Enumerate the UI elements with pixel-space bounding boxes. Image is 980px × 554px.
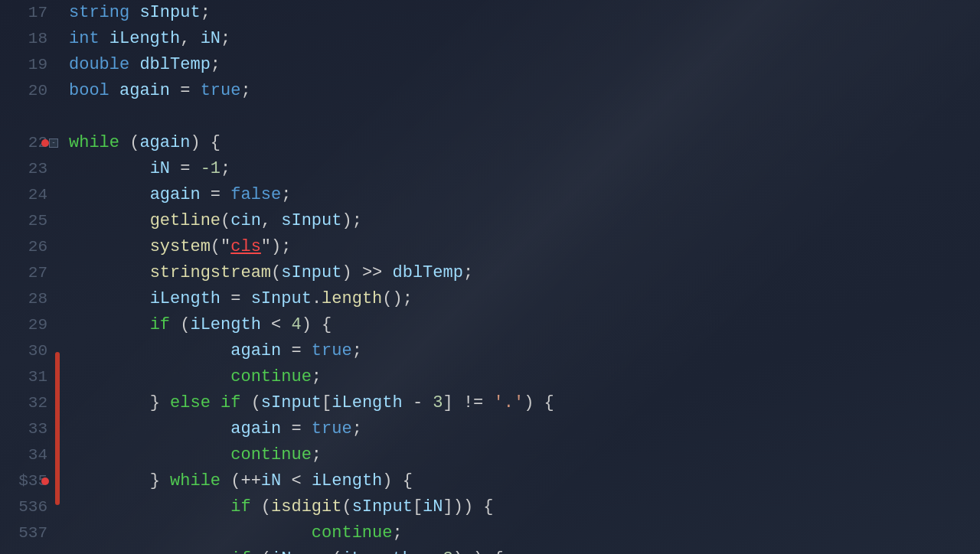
- line-num-22: 22 -: [0, 130, 47, 156]
- code-line-22: while (again) {: [69, 130, 980, 156]
- code-line-23: iN = -1;: [69, 156, 980, 182]
- code-line-27: stringstream(sInput) >> dblTemp;: [69, 260, 980, 286]
- code-line-34: continue;: [69, 442, 980, 468]
- code-line-25: getline(cin, sInput);: [69, 208, 980, 234]
- code-line-32: } else if (sInput[iLength - 3] != '.') {: [69, 390, 980, 416]
- code-line-18: int iLength, iN;: [69, 26, 980, 52]
- code-line-21: [69, 104, 980, 130]
- line-num-34: 34: [0, 442, 47, 468]
- line-num-18: 18: [0, 26, 47, 52]
- line-num-30: 30: [0, 338, 47, 364]
- line-num-33: 33: [0, 416, 47, 442]
- scrollbar-thumb[interactable]: [55, 352, 60, 505]
- code-line-26: system("cls");: [69, 234, 980, 260]
- code-content: string sInput; int iLength, iN; double d…: [61, 0, 980, 554]
- code-line-28: iLength = sInput.length();: [69, 286, 980, 312]
- line-num-21: [0, 104, 47, 130]
- breakpoint-22[interactable]: [41, 139, 49, 147]
- code-editor: 17 18 19 20 22 - 23 24 25 26 27 28 29 30…: [0, 0, 980, 554]
- line-num-25: 25: [0, 208, 47, 234]
- code-line-17: string sInput;: [69, 0, 980, 26]
- code-line-36: if (isdigit(sInput[iN])) {: [69, 494, 980, 520]
- line-num-28: 28: [0, 286, 47, 312]
- code-line-24: again = false;: [69, 182, 980, 208]
- line-num-19: 19: [0, 52, 47, 78]
- line-num-37: 537: [0, 520, 47, 546]
- line-num-24: 24: [0, 182, 47, 208]
- code-line-38: if (iN == (iLength - 3) ) {: [69, 546, 980, 554]
- code-line-37: continue;: [69, 520, 980, 546]
- line-num-29: 29: [0, 312, 47, 338]
- line-num-36: 536: [0, 494, 47, 520]
- line-num-35: $35: [0, 468, 47, 494]
- code-line-30: again = true;: [69, 338, 980, 364]
- line-num-27: 27: [0, 260, 47, 286]
- code-line-31: continue;: [69, 364, 980, 390]
- code-line-20: bool again = true;: [69, 78, 980, 104]
- line-num-26: 26: [0, 234, 47, 260]
- line-num-23: 23: [0, 156, 47, 182]
- breakpoint-35[interactable]: [41, 477, 49, 485]
- code-line-19: double dblTemp;: [69, 52, 980, 78]
- line-num-31: 31: [0, 364, 47, 390]
- scrollbar-track[interactable]: [55, 0, 60, 554]
- line-num-32: 32: [0, 390, 47, 416]
- line-numbers: 17 18 19 20 22 - 23 24 25 26 27 28 29 30…: [0, 0, 61, 554]
- line-num-17: 17: [0, 0, 47, 26]
- code-line-35: } while (++iN < iLength) {: [69, 468, 980, 494]
- code-line-29: if (iLength < 4) {: [69, 312, 980, 338]
- code-line-33: again = true;: [69, 416, 980, 442]
- line-num-20: 20: [0, 78, 47, 104]
